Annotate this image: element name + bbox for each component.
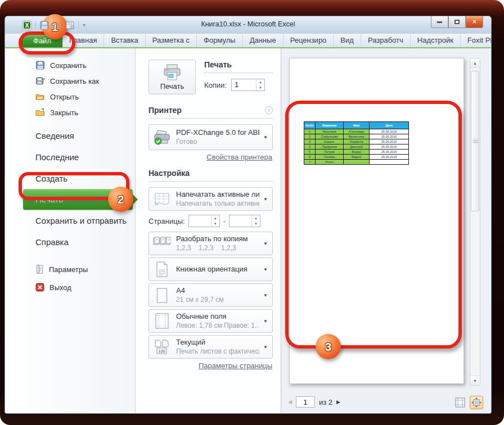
print-button-label: Печать xyxy=(160,82,184,91)
sidebar-item-label: Закрыть xyxy=(50,108,78,117)
copies-label: Копии: xyxy=(204,81,227,89)
tab-data[interactable]: Данные xyxy=(243,34,284,47)
tab-review[interactable]: Рецензиро xyxy=(284,34,334,47)
tab-view[interactable]: Вид xyxy=(334,34,361,47)
print-what-dropdown[interactable]: Напечатать активные листы Напечатать тол… xyxy=(148,187,273,211)
quick-access-toolbar: X ▾ ▾ xyxy=(22,20,86,30)
table-cell: Попова xyxy=(316,155,344,160)
customize-qat-icon[interactable]: ▾ xyxy=(82,22,86,28)
preview-scrollbar[interactable]: ▲ ▼ xyxy=(470,58,480,386)
spin-down-icon[interactable]: ▼ xyxy=(212,221,219,227)
sidebar-item-open[interactable]: Открыть xyxy=(5,89,135,105)
table-header-cell: Фамилия xyxy=(316,122,344,129)
table-header-cell: №п/п xyxy=(304,122,316,129)
spin-up-icon[interactable]: ▲ xyxy=(256,79,264,85)
restore-button[interactable] xyxy=(448,16,466,28)
tab-home[interactable]: Главная xyxy=(62,34,104,47)
sidebar-item-save-and-send[interactable]: Сохранить и отправить xyxy=(5,210,135,231)
minimize-icon xyxy=(437,21,442,23)
redo-icon[interactable]: ▾ xyxy=(52,22,63,29)
paper-size-dropdown[interactable]: A4 21 см x 29,7 см ▼ xyxy=(148,283,273,307)
printer-properties-link[interactable]: Свойства принтера xyxy=(206,153,272,161)
sidebar-item-help[interactable]: Справка xyxy=(5,231,135,252)
svg-text:X: X xyxy=(25,22,29,28)
dropdown-subtitle: 21 см x 29,7 см xyxy=(176,296,259,305)
margins-dropdown[interactable]: Обычные поля Левое: 1,78 см Правое: 1,… … xyxy=(148,309,273,333)
tab-foxit-pdf[interactable]: Foxit PDF xyxy=(461,34,492,47)
table-cell: 25.05.2016 xyxy=(370,150,409,155)
sidebar-item-print[interactable]: Печать xyxy=(23,189,133,210)
pages-to-value[interactable] xyxy=(230,215,251,227)
margins-icon xyxy=(152,313,172,329)
dropdown-title: Напечатать активные листы xyxy=(176,190,259,200)
print-button[interactable]: Печать xyxy=(148,60,196,94)
sidebar-item-options[interactable]: Параметры xyxy=(5,260,135,278)
info-icon[interactable]: i xyxy=(265,106,273,114)
excel-logo-icon[interactable]: X xyxy=(22,20,32,30)
save-icon[interactable] xyxy=(39,21,50,30)
close-button[interactable]: × xyxy=(466,16,483,28)
table-cell: 1 xyxy=(304,129,316,134)
sidebar-item-recent[interactable]: Последние xyxy=(5,146,135,168)
table-cell: 3 xyxy=(304,139,316,144)
table-header-row: №п/пФамилияИмяДата xyxy=(304,122,409,129)
show-margins-button[interactable] xyxy=(453,396,467,409)
pages-from-stepper[interactable]: ▲ ▼ xyxy=(188,215,220,227)
spin-down-icon[interactable]: ▼ xyxy=(252,221,260,227)
minimize-button[interactable] xyxy=(431,16,448,28)
spin-down-icon[interactable]: ▼ xyxy=(256,85,264,91)
copies-value[interactable]: 1 xyxy=(232,79,256,91)
section-header-settings: Настройка xyxy=(148,169,273,178)
spin-up-icon[interactable]: ▲ xyxy=(212,215,219,221)
tab-file[interactable]: Файл xyxy=(22,34,62,47)
scaling-dropdown[interactable]: 100 Текущий Печать листов с фактическ… ▼ xyxy=(148,335,273,359)
ribbon-tab-row: Файл Главная Вставка Разметка с Формулы … xyxy=(5,34,491,48)
tab-formulas[interactable]: Формулы xyxy=(197,34,243,47)
collation-dropdown[interactable]: Разобрать по копиям 1,2,3 1,2,3 1,2,3 ▼ xyxy=(148,232,273,255)
scrollbar-thumb[interactable] xyxy=(471,71,479,211)
scroll-down-icon[interactable]: ▼ xyxy=(470,376,480,385)
active-sheets-icon xyxy=(152,192,172,206)
chevron-down-icon: ▼ xyxy=(263,319,268,324)
pages-range-row: Страницы: ▲ ▼ - ▲ ▼ xyxy=(148,215,273,227)
table-tool-icon[interactable] xyxy=(65,21,75,29)
table-cell: Итого xyxy=(316,160,344,165)
sidebar-item-save-as[interactable]: Сохранить как xyxy=(5,73,135,89)
sidebar-footer: Параметры Выход xyxy=(5,260,135,296)
table-row: 1НиколаевАлександр25.05.2016 xyxy=(304,129,409,134)
table-cell: 5 xyxy=(304,150,316,155)
copies-stepper[interactable]: 1 ▲ ▼ xyxy=(231,79,265,91)
toolbar-separator xyxy=(78,21,79,29)
pages-to-stepper[interactable]: ▲ ▼ xyxy=(229,215,260,227)
tab-page-layout[interactable]: Разметка с xyxy=(146,34,197,47)
spin-up-icon[interactable]: ▲ xyxy=(252,215,260,221)
printer-dropdown[interactable]: PDF-XChange 5.0 for ABBYY Готово ▼ xyxy=(148,124,273,150)
zoom-to-page-button[interactable] xyxy=(470,396,483,409)
save-icon xyxy=(35,61,45,70)
section-header-printer: Принтер xyxy=(148,106,182,115)
table-cell: 2 xyxy=(304,134,316,139)
table-cell: 25.05.2016 xyxy=(370,129,409,134)
sidebar-item-save[interactable]: Сохранить xyxy=(5,57,135,73)
next-page-icon[interactable]: ▶ xyxy=(336,399,340,405)
sidebar-item-new[interactable]: Создать xyxy=(5,168,135,189)
dropdown-title: Обычные поля xyxy=(176,312,259,322)
svg-text:100: 100 xyxy=(158,349,165,354)
dropdown-title: Книжная ориентация xyxy=(176,265,259,274)
tab-developer[interactable]: Разработч xyxy=(361,34,411,47)
scrollbar-grip xyxy=(472,139,478,143)
sidebar-item-close[interactable]: Закрыть xyxy=(5,105,135,120)
paper-size-icon xyxy=(152,288,172,303)
page-setup-link[interactable]: Параметры страницы xyxy=(199,361,272,370)
sidebar-item-exit[interactable]: Выход xyxy=(5,278,135,296)
tab-addins[interactable]: Надстройк xyxy=(411,34,461,47)
scroll-up-icon[interactable]: ▲ xyxy=(470,58,480,68)
sidebar-item-label: Параметры xyxy=(49,265,88,274)
table-cell: Валентина xyxy=(344,134,370,139)
previous-page-icon[interactable]: ◀ xyxy=(288,399,292,405)
pages-from-value[interactable] xyxy=(189,215,211,227)
orientation-dropdown[interactable]: Книжная ориентация ▼ xyxy=(148,257,273,281)
current-page-input[interactable]: 1 xyxy=(296,396,315,408)
tab-insert[interactable]: Вставка xyxy=(104,34,145,47)
sidebar-item-info[interactable]: Сведения xyxy=(5,125,135,146)
